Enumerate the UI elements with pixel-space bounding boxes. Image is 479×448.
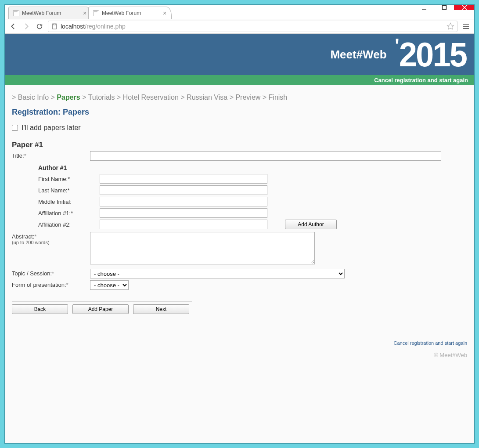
middle-initial-input[interactable]	[100, 197, 267, 206]
topic-select[interactable]: - choose -	[90, 269, 345, 278]
site-banner: Meet#Web '2015	[5, 34, 474, 75]
address-bar[interactable]: localhost/reg/online.php	[48, 21, 457, 32]
affiliation-1-label: Affiliation #1:*	[38, 210, 100, 217]
tab-title: MeetWeb Forum	[22, 10, 61, 16]
author-block: Author #1 First Name:* Last Name:* Middl…	[38, 164, 467, 229]
next-button[interactable]: Next	[133, 304, 189, 314]
affiliation-1-input[interactable]	[100, 208, 267, 218]
browser-window: MeetWeb Forum MeetWeb Forum	[4, 4, 475, 444]
breadcrumb: > Basic Info > Papers > Tutorials > Hote…	[12, 94, 467, 101]
page-title: Registration: Papers	[12, 108, 467, 117]
breadcrumb-step-active[interactable]: Papers	[57, 94, 80, 101]
form-of-presentation-select[interactable]: - choose -	[90, 280, 129, 290]
add-later-label: I'll add papers later	[22, 124, 81, 132]
breadcrumb-step[interactable]: Tutorials	[88, 94, 115, 101]
cancel-registration-link[interactable]: Cancel registration and start again	[374, 77, 468, 83]
add-paper-button[interactable]: Add Paper	[72, 304, 129, 314]
breadcrumb-step[interactable]: Basic Info	[18, 94, 49, 101]
maximize-button[interactable]	[434, 5, 454, 10]
browser-toolbar: localhost/reg/online.php	[5, 19, 474, 34]
page-content: Meet#Web '2015 Cancel registration and s…	[5, 34, 474, 443]
first-name-label: First Name:*	[38, 176, 100, 182]
middle-initial-label: Middle Initial:	[38, 199, 100, 205]
affiliation-2-input[interactable]	[100, 220, 267, 229]
button-row: Back Add Paper Next	[12, 304, 467, 314]
first-name-input[interactable]	[100, 174, 267, 184]
menu-icon[interactable]	[461, 22, 471, 31]
minimize-button[interactable]	[414, 5, 434, 10]
title-label: Title:*	[12, 151, 90, 159]
file-icon	[13, 10, 19, 16]
add-author-button[interactable]: Add Author	[285, 220, 337, 229]
back-icon[interactable]	[8, 22, 18, 31]
affiliation-2-label: Affiliation #2:	[38, 221, 100, 228]
breadcrumb-step[interactable]: Preview	[235, 94, 260, 101]
form-of-presentation-label: Form of presentation:*	[12, 280, 90, 288]
close-button[interactable]	[454, 5, 474, 10]
window-controls	[414, 5, 474, 10]
url-text: localhost/reg/online.php	[61, 23, 447, 30]
topic-label: Topic / Session:*	[12, 269, 90, 277]
tab-close-icon[interactable]	[82, 10, 88, 16]
abstract-textarea[interactable]	[90, 232, 315, 264]
tab-title: MeetWeb Forum	[102, 10, 141, 16]
forward-icon[interactable]	[22, 22, 31, 31]
tab-strip: MeetWeb Forum MeetWeb Forum	[5, 5, 474, 19]
breadcrumb-step[interactable]: Hotel Reservation	[123, 94, 179, 101]
year-text: '2015	[395, 40, 466, 69]
back-button[interactable]: Back	[12, 304, 68, 314]
title-input[interactable]	[90, 151, 441, 161]
browser-tab-0[interactable]: MeetWeb Forum	[8, 7, 92, 19]
site-info-icon[interactable]	[51, 23, 58, 30]
bookmark-star-icon[interactable]	[447, 22, 454, 30]
browser-tab-1[interactable]: MeetWeb Forum	[88, 7, 172, 19]
page-footer: Cancel registration and start again © Me…	[5, 323, 474, 367]
add-later-checkbox[interactable]	[12, 125, 18, 131]
paper-heading: Paper #1	[12, 141, 467, 149]
tab-close-icon[interactable]	[162, 10, 168, 16]
file-icon	[93, 10, 99, 16]
add-later-option[interactable]: I'll add papers later	[12, 124, 467, 132]
svg-rect-1	[442, 6, 446, 10]
copyright: © Meet#Web	[5, 352, 467, 358]
brand-text: Meet#Web	[330, 48, 386, 61]
svg-rect-4	[52, 24, 56, 29]
footer-cancel-link[interactable]: Cancel registration and start again	[393, 340, 467, 346]
last-name-input[interactable]	[100, 185, 267, 195]
divider	[12, 301, 192, 302]
action-bar: Cancel registration and start again	[5, 75, 474, 85]
breadcrumb-step[interactable]: Finish	[269, 94, 288, 101]
last-name-label: Last Name:*	[38, 187, 100, 194]
author-heading: Author #1	[38, 164, 467, 171]
breadcrumb-step[interactable]: Russian Visa	[187, 94, 227, 101]
abstract-label: Abstract:* (up to 200 words)	[12, 232, 90, 245]
reload-icon[interactable]	[35, 22, 44, 31]
